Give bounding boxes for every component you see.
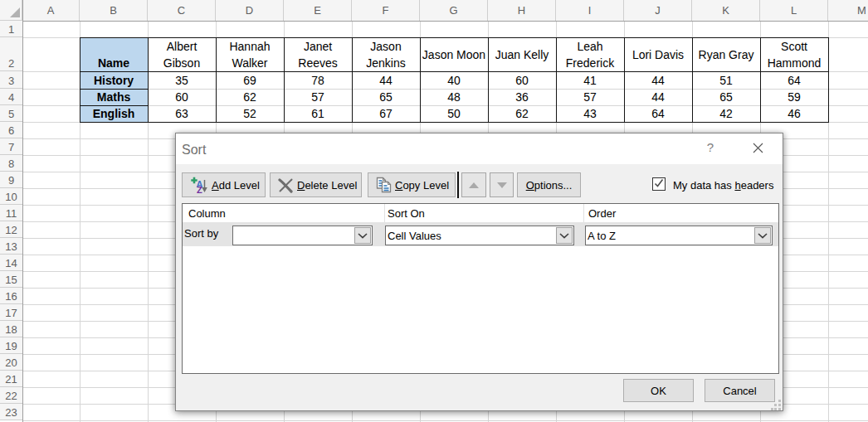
svg-text:Z: Z [197, 185, 202, 194]
